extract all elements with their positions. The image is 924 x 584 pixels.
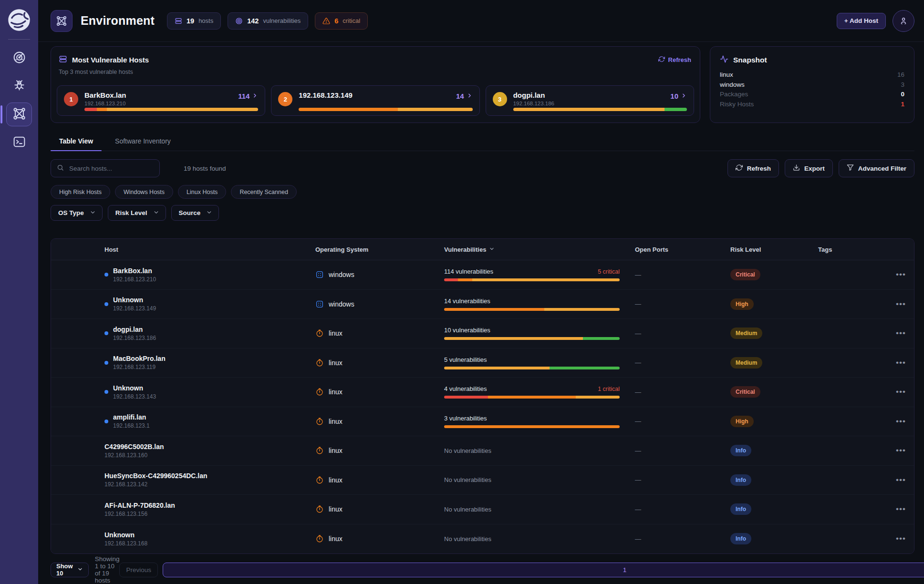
panel-subtitle: Top 3 most vulnerable hosts [59,69,692,75]
linux-os-icon [315,417,324,426]
add-host-button[interactable]: + Add Host [837,13,886,29]
row-actions-menu[interactable]: ••• [888,417,914,426]
vulnerable-host-card[interactable]: 3 dogpi.lan 192.168.123.186 10 [486,85,694,116]
column-header-os[interactable]: Operating System [315,246,444,253]
host-name: C42996C5002B.lan [104,443,164,451]
host-ip: 192.168.123.210 [113,276,156,283]
vulnerability-count: No vulnerabilities [444,476,491,483]
chip-windows-hosts[interactable]: Windows Hosts [115,185,173,199]
column-header-host[interactable]: Host [104,246,315,253]
table-header-row: Host Operating System Vulnerabilities Op… [51,239,914,260]
host-name: HueSyncBox-C429960254DC.lan [104,472,208,480]
snapshot-value: 16 [897,70,904,80]
header-stat-pill: 19 hosts [167,12,221,30]
sidebar-item-terminal[interactable] [6,131,32,154]
panel-refresh-link[interactable]: Refresh [658,56,691,64]
open-ports: — [635,535,730,543]
filter-dropdowns: OS Type Risk Level Source [51,205,219,221]
stat-label: vulnerabilities [263,17,301,24]
row-actions-menu[interactable]: ••• [888,299,914,309]
linux-os-icon [315,446,324,455]
table-row[interactable]: Unknown 192.168.123.143 linux 4 vulnerab… [51,378,914,407]
snapshot-title: Snapshot [733,56,767,64]
critical-count: 1 critical [598,386,620,392]
search-input[interactable] [68,164,154,173]
table-row[interactable]: C42996C5002B.lan 192.168.123.160 linux N… [51,436,914,466]
advanced-filter-button[interactable]: Advanced Filter [839,159,914,177]
host-name: MacBookPro.lan [113,355,166,362]
host-ip: 192.168.123.168 [104,540,147,547]
windows-os-icon [315,270,324,279]
chevron-down-icon [206,209,212,217]
online-dot [104,361,108,365]
risk-badge: Info [730,503,751,515]
row-actions-menu[interactable]: ••• [888,475,914,485]
table-row[interactable]: MacBookPro.lan 192.168.123.119 linux 5 v… [51,348,914,378]
dropdown-os-type[interactable]: OS Type [51,205,103,221]
card-vuln-count[interactable]: 14 [456,92,473,100]
stat-label: critical [343,17,360,24]
row-actions-menu[interactable]: ••• [888,446,914,455]
open-ports: — [635,330,730,337]
table-row[interactable]: Unknown 192.168.123.168 linux No vulnera… [51,524,914,554]
risk-badge: Info [730,445,751,456]
stat-value: 142 [247,17,259,25]
linux-os-icon [315,476,324,484]
table-row[interactable]: Unknown 192.168.123.149 windows 14 vulne… [51,290,914,319]
vulnerability-bar [444,425,620,428]
column-header-risk-level[interactable]: Risk Level [730,246,818,253]
refresh-button[interactable]: Refresh [727,159,779,177]
sidebar-item-radar[interactable] [6,46,32,70]
snapshot-row: linux 16 [720,70,904,80]
table-row[interactable]: BarkBox.lan 192.168.123.210 windows 114 … [51,260,914,290]
view-tabs: Table ViewSoftware Inventory [51,136,914,151]
row-actions-menu[interactable]: ••• [888,328,914,338]
table-row[interactable]: dogpi.lan 192.168.123.186 linux 10 vulne… [51,319,914,348]
avatar[interactable] [893,10,914,32]
host-ip: 192.168.123.156 [104,511,175,517]
table-row[interactable]: amplifi.lan 192.168.123.1 linux 3 vulner… [51,407,914,437]
previous-page-button[interactable]: Previous [119,563,158,577]
sidebar-divider [8,39,30,40]
host-name: dogpi.lan [113,326,156,333]
page-size-select[interactable]: Show 10 [51,563,89,577]
tab-software-inventory[interactable]: Software Inventory [115,136,171,151]
card-vuln-count[interactable]: 10 [670,92,687,100]
vulnerable-host-card[interactable]: 1 BarkBox.lan 192.168.123.210 114 [57,85,265,116]
critical-count: 5 critical [598,268,620,275]
snapshot-label: Packages [720,90,748,100]
hosts-table: Host Operating System Vulnerabilities Op… [51,238,914,554]
column-header-open-ports[interactable]: Open Ports [635,246,730,253]
dropdown-label: Source [179,209,201,216]
tab-table-view[interactable]: Table View [59,136,93,151]
vulnerability-count: 5 vulnerabilities [444,356,487,363]
column-header-vulnerabilities[interactable]: Vulnerabilities [444,246,635,253]
sidebar-item-bug[interactable] [6,74,32,98]
most-vulnerable-cards: 1 BarkBox.lan 192.168.123.210 114 2 192.… [57,85,694,116]
chip-high-risk-hosts[interactable]: High Risk Hosts [51,185,110,199]
chip-recently-scanned[interactable]: Recently Scanned [231,185,296,199]
host-name: BarkBox.lan [113,267,156,275]
row-actions-menu[interactable]: ••• [888,534,914,543]
snapshot-value: 3 [901,80,904,90]
column-header-tags[interactable]: Tags [818,246,888,253]
table-row[interactable]: AFi-ALN-P-7D6820.lan 192.168.123.156 lin… [51,495,914,524]
card-vuln-count[interactable]: 114 [238,92,258,100]
app-logo-wolf-icon[interactable] [7,8,31,32]
most-vulnerable-panel: Most Vulnerable Hosts Top 3 most vulnera… [51,46,700,123]
row-actions-menu[interactable]: ••• [888,504,914,514]
vulnerable-host-card[interactable]: 2 192.168.123.149 14 [271,85,479,116]
dropdown-source[interactable]: Source [171,205,219,221]
export-button[interactable]: Export [785,159,833,177]
bug-icon [12,79,26,94]
risk-badge: Medium [730,357,762,369]
sidebar-item-environment[interactable] [6,102,32,126]
table-row[interactable]: HueSyncBox-C429960254DC.lan 192.168.123.… [51,466,914,495]
row-actions-menu[interactable]: ••• [888,270,914,279]
dropdown-risk-level[interactable]: Risk Level [108,205,166,221]
page-number-button[interactable]: 1 [163,563,924,577]
refresh-icon [736,164,743,173]
row-actions-menu[interactable]: ••• [888,387,914,397]
chip-linux-hosts[interactable]: Linux Hosts [178,185,226,199]
row-actions-menu[interactable]: ••• [888,358,914,368]
